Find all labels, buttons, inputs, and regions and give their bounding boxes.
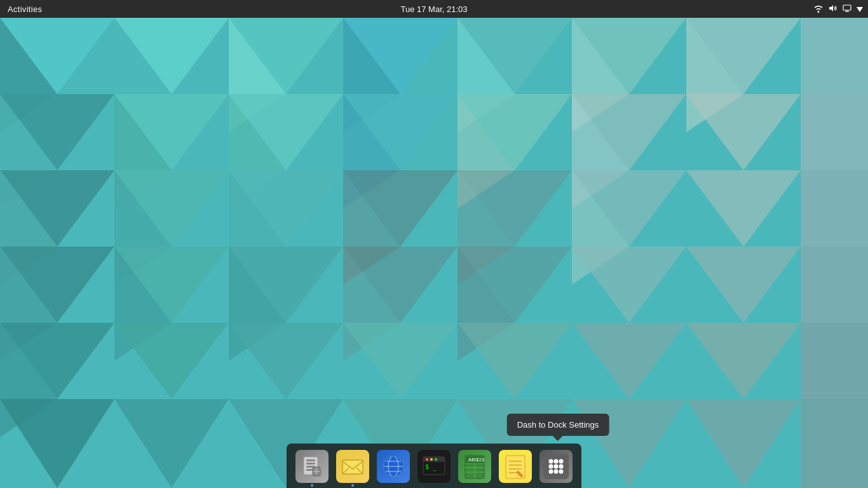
appgrid-icon	[539, 450, 573, 483]
svg-text:123: 123	[476, 457, 485, 463]
svg-rect-79	[0, 18, 868, 488]
svg-point-101	[435, 458, 437, 461]
topbar-left: Activities	[5, 4, 44, 14]
dock-item-dot	[311, 484, 313, 487]
dock-item-mail[interactable]	[334, 447, 372, 488]
desktop: Dash to Dock Settings	[0, 18, 868, 488]
dock-item-terminal[interactable]: $ _	[415, 447, 453, 488]
dock-item-dot	[351, 484, 354, 487]
activities-button[interactable]: Activities	[5, 4, 44, 14]
dock: $ _ ABC 123	[287, 444, 581, 488]
svg-rect-1	[843, 5, 851, 10]
sound-icon[interactable]	[829, 4, 837, 15]
web-icon	[377, 450, 410, 483]
svg-rect-84	[306, 469, 313, 471]
dropdown-arrow-icon[interactable]	[857, 4, 863, 14]
svg-rect-82	[306, 463, 315, 464]
svg-point-125	[559, 464, 564, 469]
svg-point-128	[559, 470, 564, 474]
svg-marker-0	[829, 5, 833, 11]
file-roller-icon	[295, 450, 329, 483]
dock-item-appgrid[interactable]	[537, 447, 575, 488]
svg-point-127	[554, 470, 559, 474]
svg-text:$ _: $ _	[425, 463, 437, 471]
system-icon[interactable]	[843, 4, 851, 15]
svg-point-122	[559, 459, 564, 464]
svg-point-120	[549, 459, 553, 464]
svg-point-124	[554, 464, 559, 469]
svg-point-121	[554, 459, 559, 464]
dock-item-file-roller[interactable]	[293, 447, 331, 488]
notes-icon	[499, 450, 532, 483]
topbar: Activities Tue 17 Mar, 21:03	[0, 0, 868, 18]
terminal-icon: $ _	[417, 450, 451, 483]
svg-marker-4	[857, 7, 863, 12]
svg-point-126	[549, 470, 553, 474]
svg-point-123	[549, 464, 553, 469]
wifi-icon[interactable]	[813, 4, 824, 15]
calc-icon: ABC 123	[458, 450, 491, 483]
topbar-datetime: Tue 17 Mar, 21:03	[400, 4, 467, 14]
mail-icon	[336, 450, 369, 483]
topbar-right	[813, 4, 863, 15]
svg-point-100	[430, 458, 433, 461]
svg-point-99	[426, 458, 428, 461]
dock-item-notes[interactable]	[496, 447, 534, 488]
dock-item-web[interactable]	[374, 447, 412, 488]
svg-rect-88	[342, 460, 363, 474]
svg-rect-81	[306, 459, 315, 461]
dock-item-calc[interactable]: ABC 123	[456, 447, 494, 488]
